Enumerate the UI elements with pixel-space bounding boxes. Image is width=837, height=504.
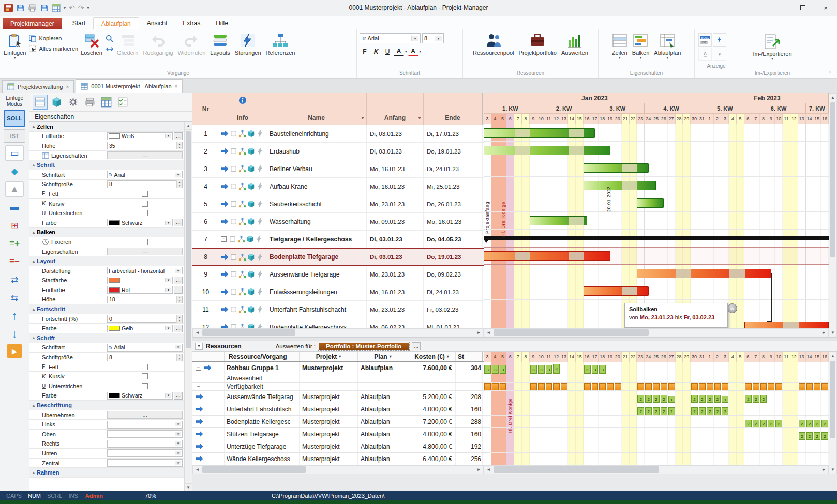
- remove-row-icon[interactable]: ≡−: [5, 254, 24, 269]
- task-arrow-icon[interactable]: [221, 323, 229, 328]
- tab-ansicht[interactable]: Ansicht: [139, 17, 175, 29]
- task-check-icon[interactable]: [229, 235, 236, 243]
- task-name[interactable]: Berliner Verbau: [266, 160, 367, 177]
- undo-icon[interactable]: ↶: [69, 4, 75, 12]
- image-tool-icon[interactable]: ▲: [5, 181, 24, 197]
- scroll-thumb[interactable]: [494, 329, 649, 336]
- column-header-projekt[interactable]: Projekt▾: [300, 352, 358, 361]
- property-combo[interactable]: Schwarz▾: [107, 392, 173, 400]
- column-header-ressource[interactable]: Ressource/Vorgang: [225, 352, 300, 361]
- resource-row[interactable]: Aussenwände TiefgaragMusterprojektAblauf…: [192, 391, 484, 403]
- close-button[interactable]: ×: [814, 0, 837, 16]
- save-all-icon[interactable]: [40, 4, 49, 12]
- resource-name[interactable]: Aussenwände Tiefgarag: [225, 391, 300, 403]
- tab-extras[interactable]: Extras: [175, 17, 208, 29]
- loeschen-button[interactable]: Löschen: [79, 31, 104, 57]
- property-spinner[interactable]: 8▴▾: [107, 180, 183, 188]
- swap-left-icon[interactable]: ⇆: [5, 290, 24, 306]
- gantt-bar[interactable]: [484, 128, 595, 138]
- grid-icon[interactable]: [52, 4, 61, 12]
- referenzen-button[interactable]: Referenzen: [264, 31, 297, 57]
- task-arrow-icon[interactable]: [221, 270, 229, 278]
- task-name[interactable]: Bodenplatte Kellergeschoss: [266, 318, 367, 328]
- task-name[interactable]: Entwässerungsleitungen: [266, 283, 367, 300]
- property-browse-button[interactable]: …: [174, 392, 183, 400]
- property-checkbox[interactable]: [107, 373, 183, 379]
- property-section-schrift[interactable]: ▴Schrift: [29, 333, 184, 343]
- task-network-icon[interactable]: [238, 147, 246, 155]
- column-header-name[interactable]: Name▾: [266, 93, 367, 125]
- projektportfolio-button[interactable]: Projektportfolio: [517, 31, 559, 57]
- zeilen-button[interactable]: Zeilen▾: [610, 31, 630, 62]
- zoom-level[interactable]: 70%: [145, 493, 156, 499]
- task-check-icon[interactable]: [230, 165, 237, 173]
- font-color-button[interactable]: A: [408, 47, 418, 56]
- task-arrow-icon[interactable]: [221, 130, 229, 138]
- task-network-icon[interactable]: [238, 288, 246, 296]
- column-header-nr[interactable]: Nr: [192, 93, 219, 125]
- italic-button[interactable]: K: [371, 47, 381, 57]
- einfuegen-button[interactable]: Einfügen▾: [2, 31, 28, 62]
- property-ellipsis-button[interactable]: …: [107, 151, 183, 159]
- task-cube-icon[interactable]: [247, 306, 255, 313]
- column-header-stunden[interactable]: St: [456, 352, 483, 361]
- property-combo[interactable]: TrArial▾: [107, 171, 183, 178]
- property-spinner[interactable]: 0▴▾: [107, 315, 183, 323]
- grid-view-icon[interactable]: [99, 95, 114, 110]
- task-row[interactable]: 7−Tiefgarage / KellergeschossDi, 03.01.2…: [192, 231, 484, 248]
- collapse-icon[interactable]: −: [221, 236, 227, 242]
- week-header[interactable]: 1. KW: [484, 103, 537, 114]
- task-disruption-icon[interactable]: [256, 253, 264, 261]
- print-view-icon[interactable]: [82, 95, 97, 110]
- task-name[interactable]: Wasserhaltung: [266, 213, 367, 230]
- property-section-schrift[interactable]: ▴Schrift: [29, 160, 184, 170]
- task-network-icon[interactable]: [238, 270, 246, 278]
- cube-icon[interactable]: [49, 95, 64, 110]
- task-disruption-icon[interactable]: [256, 288, 264, 296]
- task-cube-icon[interactable]: [247, 130, 255, 138]
- scroll-right-icon[interactable]: ►: [474, 329, 483, 337]
- gantt-bar[interactable]: [744, 322, 829, 328]
- summary-bar[interactable]: [484, 236, 829, 240]
- task-check-icon[interactable]: [230, 323, 237, 328]
- qat-more-icon[interactable]: ▾: [87, 6, 89, 10]
- gliedern-button[interactable]: Gliedern: [115, 31, 141, 57]
- property-combo[interactable]: ▾: [107, 440, 183, 448]
- task-network-icon[interactable]: [238, 253, 246, 261]
- close-tab-icon[interactable]: ×: [66, 84, 69, 90]
- task-cube-icon[interactable]: [247, 270, 255, 278]
- tab-hilfe[interactable]: Hilfe: [208, 17, 236, 29]
- zoom-select-icon[interactable]: [105, 34, 114, 43]
- resource-name[interactable]: Unterfahrt Fahrstuhlsch: [225, 403, 300, 415]
- tab-ablaufplan[interactable]: Ablaufplan: [93, 17, 139, 29]
- gantt-hscrollbar[interactable]: ◄ ►: [484, 328, 829, 337]
- run-play-button[interactable]: ▶: [7, 344, 22, 358]
- property-section-fortschritt[interactable]: ▴Fortschritt: [29, 304, 184, 314]
- structure-tool-icon[interactable]: ⊞: [5, 218, 24, 233]
- task-arrow-icon[interactable]: [221, 200, 229, 208]
- property-checkbox[interactable]: [107, 201, 183, 207]
- task-name[interactable]: Tiefgarage / Kellergeschoss: [266, 231, 367, 248]
- task-row[interactable]: 5SauberkeitsschichtMo, 23.01.23Do, 26.01…: [192, 195, 484, 213]
- property-combo[interactable]: ▾: [107, 449, 183, 457]
- property-combo[interactable]: ▾: [107, 459, 183, 467]
- property-combo[interactable]: ▾: [107, 277, 173, 284]
- property-checkbox[interactable]: [107, 210, 183, 216]
- scroll-left-icon[interactable]: ◄: [484, 329, 493, 337]
- font-color-dropdown-icon[interactable]: ▾: [420, 50, 422, 54]
- task-disruption-icon[interactable]: [256, 200, 264, 208]
- task-network-icon[interactable]: [238, 218, 246, 225]
- resource-name[interactable]: Stützen Tiefgarage: [225, 428, 300, 440]
- task-disruption-icon[interactable]: [256, 323, 264, 328]
- checklist-icon[interactable]: [115, 95, 130, 110]
- property-combo[interactable]: TrArial▾: [107, 344, 183, 352]
- widerrufen-button[interactable]: Widerrufen: [176, 31, 208, 57]
- property-combo[interactable]: ▾: [107, 430, 183, 438]
- task-arrow-icon[interactable]: [221, 147, 229, 155]
- task-arrow-icon[interactable]: [221, 253, 229, 261]
- property-section-layout[interactable]: ▴Layout: [29, 256, 184, 266]
- task-cube-icon[interactable]: [247, 147, 255, 155]
- task-row[interactable]: 10EntwässerungsleitungenMo, 16.01.23Di, …: [192, 283, 484, 301]
- kopieren-button[interactable]: Kopieren: [28, 34, 78, 42]
- task-name[interactable]: Aussenwände Tiefgarage: [266, 266, 367, 283]
